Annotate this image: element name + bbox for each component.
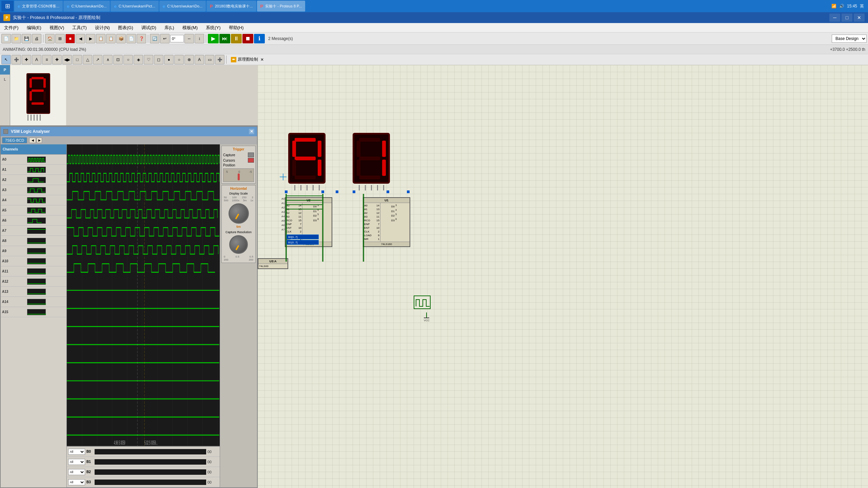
start-button[interactable]: ⊞: [1, 1, 14, 12]
la-waveform-area[interactable]: 4.96 S 0059 5.02 S 0059...: [67, 144, 220, 446]
schematic-area[interactable]: U2 A0 14 A1 13 A2 12 A3 11 RCO 15 ENP 7 …: [258, 65, 868, 488]
la-channel-list: Channels A0 A1: [1, 144, 67, 487]
tool-2d-arc[interactable]: ↗: [93, 55, 102, 64]
tb-refresh[interactable]: 🔄: [150, 34, 159, 43]
taskbar-tab-2[interactable]: e C:\Users\wukan\Do...: [63, 1, 110, 12]
taskbar-tab-1[interactable]: e 文章管理-CSDN博客...: [14, 1, 63, 12]
app-window: ⊞ e 文章管理-CSDN博客... e C:\Users\wukan\Do..…: [0, 0, 868, 488]
la-channel-a8: A8: [1, 236, 66, 246]
taskbar-tab-4[interactable]: e C:\Users\wukan\Do...: [159, 1, 206, 12]
tb-doc[interactable]: 📋: [96, 34, 105, 43]
menu-system[interactable]: 系统(Y): [202, 23, 224, 32]
b0-select[interactable]: All: [68, 449, 85, 455]
node-6: [407, 190, 410, 193]
menu-lib[interactable]: 库(L): [160, 23, 178, 32]
rotation-input[interactable]: [170, 35, 184, 42]
la-channel-a1: A1: [1, 165, 66, 175]
position-handle[interactable]: [238, 174, 240, 180]
tool-2d-box[interactable]: □: [73, 55, 82, 64]
tb-open[interactable]: 📁: [12, 34, 21, 43]
schematic-tab-close[interactable]: ✕: [259, 57, 265, 62]
b1-select[interactable]: All: [68, 459, 85, 465]
menu-help[interactable]: 帮助(H): [225, 23, 248, 32]
tool-circle[interactable]: ○: [123, 55, 133, 64]
menu-tools[interactable]: 工具(T): [68, 23, 91, 32]
bus-right: [363, 194, 364, 262]
tb-prev[interactable]: ◀: [76, 34, 85, 43]
tool-clip[interactable]: ⊗: [184, 55, 194, 64]
la-menu-btn[interactable]: [3, 129, 8, 134]
menu-edit[interactable]: 编辑(E): [23, 23, 45, 32]
la-tab-7seg[interactable]: 7SEG-BCD: [2, 137, 27, 143]
tool-select[interactable]: ↖: [1, 55, 11, 64]
tool-mask[interactable]: ⊡: [113, 55, 123, 64]
b3-select[interactable]: All: [68, 479, 85, 485]
tb-next[interactable]: ▶: [86, 34, 95, 43]
display-scale-knob[interactable]: [229, 203, 249, 224]
tool-sub[interactable]: ✚: [52, 55, 62, 64]
position-slider[interactable]: 5 0 -5: [223, 168, 254, 182]
menu-template[interactable]: 模板(M): [178, 23, 202, 32]
tool-text[interactable]: A: [195, 55, 204, 64]
la-scroll-left[interactable]: ◀: [29, 138, 36, 143]
la-channel-a14: A14: [1, 297, 66, 307]
taskbar-tab-3[interactable]: e C:\Users\wukan\Pict...: [111, 1, 158, 12]
la-scroll-right[interactable]: ▶: [37, 138, 42, 143]
close-button[interactable]: ✕: [854, 14, 865, 22]
tb-help[interactable]: ❓: [137, 34, 146, 43]
svg-rect-0: [67, 144, 220, 446]
sim-step-button[interactable]: ⏭: [219, 34, 230, 43]
pin-a0-label: A0: [281, 197, 285, 200]
tb-save[interactable]: 💾: [22, 34, 31, 43]
sim-pause-button[interactable]: ⏸: [231, 34, 242, 43]
tool-region[interactable]: ○: [174, 55, 184, 64]
la-close-btn[interactable]: ✕: [249, 129, 254, 134]
tool-bus[interactable]: ≡: [42, 55, 52, 64]
main-toolbar: 📄 📁 💾 🖨 🏠 ⊞ ■ ◀ ▶ 📋 📋 📦 📄 ❓ 🔄 ↩ ↔ ↕ ▶ ⏭ …: [0, 33, 868, 45]
tb-home[interactable]: 🏠: [45, 34, 55, 43]
minimize-button[interactable]: ─: [829, 14, 840, 22]
tool-solid-circ[interactable]: ●: [164, 55, 174, 64]
tool-2d-tri[interactable]: △: [83, 55, 92, 64]
sim-play-button[interactable]: ▶: [208, 34, 219, 43]
sim-info-button[interactable]: ℹ: [254, 34, 265, 43]
tb-doc3[interactable]: 📄: [126, 34, 136, 43]
b2-select[interactable]: All: [68, 469, 85, 475]
menu-graph[interactable]: 图表(G): [114, 23, 137, 32]
tool-2d-line[interactable]: ∧: [103, 55, 113, 64]
taskbar-tab-5[interactable]: P 201803数电实验课十...: [206, 1, 256, 12]
tb-fliph[interactable]: ↔: [184, 34, 194, 43]
tool-junction[interactable]: ✚: [22, 55, 31, 64]
capture-resolution-knob[interactable]: [229, 235, 248, 254]
tb-doc2[interactable]: 📋: [106, 34, 116, 43]
menu-view[interactable]: 视图(V): [45, 23, 68, 32]
tool-path[interactable]: ♡: [144, 55, 153, 64]
tool-component[interactable]: ➕: [12, 55, 21, 64]
panel-tab-p[interactable]: P: [0, 65, 10, 75]
design-dropdown[interactable]: Base Design: [832, 35, 867, 43]
tool-pin[interactable]: ◀▶: [62, 55, 72, 64]
tb-new[interactable]: 📄: [1, 34, 11, 43]
tb-undo[interactable]: ↩: [160, 34, 170, 43]
sim-stop-button[interactable]: ⏹: [242, 34, 253, 43]
menu-design[interactable]: 设计(N): [91, 23, 114, 32]
tool-rect[interactable]: ◻: [154, 55, 163, 64]
tb-grid[interactable]: ⊞: [55, 34, 65, 43]
bus-mid: [322, 194, 323, 262]
tool-poly[interactable]: ◈: [134, 55, 143, 64]
tool-label[interactable]: A: [32, 55, 41, 64]
tb-flipv[interactable]: ↕: [195, 34, 204, 43]
la-bottom-b0: All B0 00: [67, 447, 220, 457]
menu-file[interactable]: 文件(F): [0, 23, 23, 32]
menu-debug[interactable]: 调试(D): [137, 23, 160, 32]
tb-print[interactable]: 🖨: [32, 34, 41, 43]
toolbar-sep-1: [43, 35, 43, 43]
tb-pkg[interactable]: 📦: [116, 34, 126, 43]
taskbar-tab-6[interactable]: P 实验十 - Proteus 8 P...: [257, 1, 305, 12]
maximize-button[interactable]: □: [842, 14, 852, 22]
panel-tab-l[interactable]: L: [0, 75, 10, 84]
la-channel-a13: A13: [1, 287, 66, 297]
tool-sym[interactable]: ▭: [205, 55, 214, 64]
tb-component[interactable]: ■: [65, 34, 75, 43]
tool-probe[interactable]: ➕: [215, 55, 224, 64]
